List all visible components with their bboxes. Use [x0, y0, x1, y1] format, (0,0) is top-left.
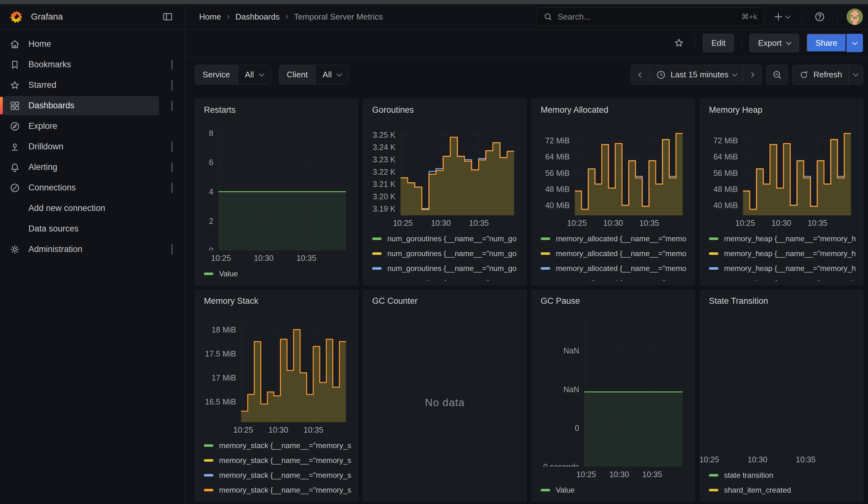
export-button[interactable]: Export [749, 34, 799, 52]
topnav-main: Home›Dashboards›Temporal Server Metrics … [185, 4, 868, 29]
legend-item-clipped[interactable]: num_goroutines {__name__="num_go [372, 276, 522, 281]
legend-item[interactable]: memory_stack {__name__="memory_s [204, 483, 353, 497]
panel-title[interactable]: Goroutines [368, 104, 522, 116]
share-options-button[interactable] [846, 34, 863, 52]
legend-series-dash [204, 459, 213, 462]
svg-text:48 MiB: 48 MiB [713, 185, 738, 194]
legend-item[interactable]: memory_stack {__name__="memory_s [204, 438, 353, 453]
chart-plot-area[interactable]: 72 MiB64 MiB56 MiB48 MiB40 MiB [536, 131, 690, 215]
legend-series-label: memory_stack {__name__="memory_s [219, 441, 351, 450]
legend-item[interactable]: state transition [709, 468, 859, 483]
chart-svg: 18 MiB17.5 MiB17 MiB16.5 MiB [199, 321, 353, 422]
user-avatar[interactable] [847, 9, 863, 25]
panel-state-transition: State Transition10:2510:3010:35state tra… [700, 290, 863, 502]
chevron-down-icon [852, 40, 858, 45]
breadcrumb-item[interactable]: Dashboards [236, 12, 280, 22]
chart-plot-area[interactable] [704, 321, 859, 452]
panel-title[interactable]: Memory Heap [704, 104, 859, 116]
x-axis-tick: 10:30 [748, 455, 768, 464]
panel-gc-pause: GC Pause0 seconds0NaNNaN10:2510:3010:35V… [531, 290, 695, 502]
sidebar-item-label: Dashboards [28, 101, 74, 111]
sidebar-item-bookmarks[interactable]: Bookmarks [0, 54, 184, 75]
sidebar-item-data-sources[interactable]: Data sources [0, 218, 184, 239]
legend-item[interactable]: shard_item_created [709, 483, 859, 497]
star-outline-icon [674, 38, 684, 48]
help-button[interactable] [811, 8, 828, 25]
x-axis-labels: 10:2510:3010:35 [199, 423, 353, 436]
x-axis-tick: 10:35 [642, 470, 662, 479]
breadcrumb-item[interactable]: Home [199, 12, 221, 22]
breadcrumb-item: Temporal Server Metrics [294, 12, 383, 22]
panel-title[interactable]: Memory Stack [199, 295, 353, 307]
legend-series-label: memory_allocated {__name__="memo [556, 249, 686, 258]
x-axis-tick: 10:25 [233, 425, 253, 434]
chart-svg: 02468 [199, 131, 353, 250]
x-axis-tick: 10:30 [772, 218, 791, 228]
legend-item[interactable]: memory_stack {__name__="memory_s [204, 453, 353, 468]
window-title-strip [0, 0, 868, 4]
bookmark-icon [9, 59, 20, 70]
x-axis-labels: 10:2510:3010:35 [704, 217, 859, 229]
sidebar-item-home[interactable]: Home [0, 34, 184, 54]
chevron-up-icon [172, 183, 172, 193]
chart-plot-area[interactable]: 02468 [199, 131, 353, 250]
divider [695, 36, 695, 50]
share-button[interactable]: Share [807, 34, 846, 52]
breadcrumb-separator: › [285, 11, 288, 21]
legend-item[interactable]: memory_heap {__name__="memory_h [709, 231, 859, 246]
legend-item[interactable]: Value [204, 266, 353, 281]
sidebar-item-starred[interactable]: Starred [0, 75, 184, 95]
legend-series-dash [709, 474, 719, 476]
x-axis-tick: 10:25 [393, 218, 413, 228]
legend-item[interactable]: memory_heap {__name__="memory_h [709, 261, 859, 276]
chevron-down-icon [172, 162, 172, 172]
legend-item[interactable]: memory_allocated {__name__="memo [541, 231, 690, 246]
legend-item[interactable]: memory_allocated {__name__="memo [541, 261, 690, 276]
sidebar-item-connections[interactable]: Connections [0, 177, 184, 198]
x-axis-tick: 10:30 [603, 218, 623, 228]
panel-title[interactable]: GC Counter [368, 295, 522, 307]
legend-item[interactable]: memory_allocated {__name__="memo [541, 246, 690, 261]
panel-title[interactable]: Memory Allocated [536, 104, 690, 116]
legend-item-clipped[interactable]: memory_heap {__name__="memory_h [709, 276, 859, 281]
search-input[interactable]: Search... ⌘+k [537, 8, 764, 26]
panel-title[interactable]: State Transition [704, 295, 859, 307]
panel-memory-heap: Memory Heap72 MiB64 MiB56 MiB48 MiB40 Mi… [700, 99, 863, 285]
legend-item[interactable]: memory_heap {__name__="memory_h [709, 246, 859, 261]
panel-title[interactable]: Restarts [199, 104, 353, 116]
legend-item[interactable]: num_goroutines {__name__="num_go [372, 261, 522, 276]
svg-text:64 MiB: 64 MiB [545, 152, 570, 161]
chart-plot-area[interactable]: 3.25 K3.24 K3.23 K3.22 K3.21 K3.20 K3.19… [368, 131, 522, 215]
chart-plot-area[interactable]: 18 MiB17.5 MiB17 MiB16.5 MiB [199, 321, 353, 422]
legend-series-dash [709, 489, 719, 491]
chart-svg: 3.25 K3.24 K3.23 K3.22 K3.21 K3.20 K3.19… [368, 131, 522, 215]
svg-text:17 MiB: 17 MiB [211, 373, 236, 382]
x-axis-tick: 10:25 [576, 470, 596, 479]
edit-button[interactable]: Edit [703, 34, 734, 52]
chevron-down-icon [172, 60, 172, 70]
panel-legend: state transitionshard_item_created [704, 466, 859, 497]
panel-memory-stack: Memory Stack18 MiB17.5 MiB17 MiB16.5 MiB… [195, 290, 358, 502]
new-button[interactable] [770, 8, 793, 25]
avatar-pixel-art [847, 9, 863, 25]
sidebar-item-label: Home [28, 39, 51, 49]
sidebar-item-alerting[interactable]: Alerting [0, 157, 184, 177]
divider [837, 11, 838, 22]
sidebar-item-dashboards[interactable]: Dashboards [0, 95, 184, 116]
favorite-star-button[interactable] [670, 34, 688, 52]
sidebar-item-administration[interactable]: Administration [0, 239, 184, 260]
panel-title[interactable]: GC Pause [536, 295, 690, 307]
legend-item[interactable]: num_goroutines {__name__="num_go [372, 246, 522, 261]
sidebar-item-drilldown[interactable]: Drilldown [0, 136, 184, 157]
chart-plot-area[interactable]: 0 seconds0NaNNaN [536, 321, 690, 467]
legend-item[interactable]: Value [541, 483, 690, 497]
svg-text:18 MiB: 18 MiB [211, 325, 236, 334]
legend-item[interactable]: memory_stack {__name__="memory_s [204, 468, 353, 483]
collapse-sidebar-button[interactable] [159, 8, 176, 25]
x-axis-tick: 10:35 [469, 218, 489, 228]
sidebar-item-add-new-connection[interactable]: Add new connection [0, 198, 184, 218]
sidebar-item-explore[interactable]: Explore [0, 116, 184, 136]
chart-plot-area[interactable]: 72 MiB64 MiB56 MiB48 MiB40 MiB [704, 131, 859, 215]
legend-item-clipped[interactable]: memory_allocated {__name__="memo [541, 276, 690, 281]
legend-item[interactable]: num_goroutines {__name__="num_go [372, 231, 522, 246]
